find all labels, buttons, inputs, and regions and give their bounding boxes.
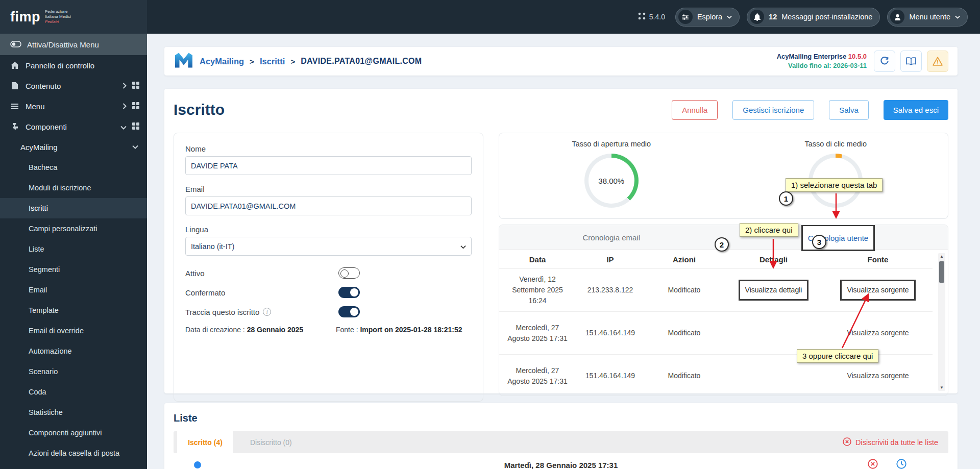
cancel-button[interactable]: Annulla xyxy=(672,100,718,120)
remove-from-list-icon[interactable] xyxy=(868,459,878,469)
sidebar-item-bacheca[interactable]: Bacheca xyxy=(0,157,147,178)
history-ip: 151.46.164.149 xyxy=(576,328,645,338)
circle-x-icon xyxy=(843,437,851,448)
name-field[interactable] xyxy=(185,156,472,175)
grid-icon[interactable] xyxy=(132,82,139,90)
breadcrumb-acymailing[interactable]: AcyMailing xyxy=(200,57,244,66)
save-button[interactable]: Salva xyxy=(829,100,869,120)
email-label: Email xyxy=(185,185,472,193)
sidebar-item-menu[interactable]: Menu xyxy=(0,96,147,116)
puzzle-icon xyxy=(10,123,19,131)
email-field[interactable] xyxy=(185,196,472,215)
explore-button[interactable]: Esplora xyxy=(675,8,740,27)
unsubscribe-all-link[interactable]: Disiscriviti da tutte le liste xyxy=(843,437,938,448)
list-icon xyxy=(10,104,19,109)
lists-tabbar: Iscritto (4) Disiscritto (0) Disiscrivit… xyxy=(174,431,948,453)
sidebar-item-content[interactable]: Contenuto xyxy=(0,76,147,96)
grid-icon[interactable] xyxy=(132,102,139,111)
col-header-azioni: Azioni xyxy=(645,255,724,264)
sidebar-item-componenti-aggiuntivi[interactable]: Componenti aggiuntivi xyxy=(0,423,147,443)
grid-icon[interactable] xyxy=(132,122,139,131)
scrollbar-thumb[interactable] xyxy=(939,261,944,283)
sidebar-item-template[interactable]: Template xyxy=(0,300,147,320)
history-panel: Cronologia email Cronologia utente Data … xyxy=(499,225,948,396)
joomla-icon xyxy=(638,12,646,21)
view-details-link[interactable]: Visualizza dettagli xyxy=(739,280,809,301)
documentation-book-button[interactable] xyxy=(900,51,922,72)
source-value: Import on 2025-01-28 18:21:52 xyxy=(360,326,462,334)
confirmed-toggle[interactable] xyxy=(338,287,360,298)
history-date: Mercoledì, 27 Agosto 2025 17:31 xyxy=(499,323,576,344)
history-scrollbar[interactable]: ▲ ▼ xyxy=(938,253,945,391)
document-icon xyxy=(10,82,19,89)
track-toggle[interactable] xyxy=(338,306,360,317)
col-header-dettagli: Dettagli xyxy=(724,255,823,264)
manage-subscription-button[interactable]: Gestisci iscrizione xyxy=(732,100,814,120)
list-item: Martedì, 28 Gennaio 2025 17:31 xyxy=(174,453,948,469)
explore-label: Esplora xyxy=(697,13,722,21)
subscriber-form: Nome Email Lingua Italiano (it-IT) Attiv… xyxy=(174,133,483,402)
name-label: Nome xyxy=(185,144,472,153)
lists-title: Liste xyxy=(174,412,948,424)
scroll-up-arrow[interactable]: ▲ xyxy=(938,254,945,259)
sidebar-item-acymailing[interactable]: AcyMailing xyxy=(0,137,147,157)
scroll-down-arrow[interactable]: ▼ xyxy=(938,385,945,390)
tab-email-history[interactable]: Cronologia email xyxy=(582,225,640,250)
sidebar-item-azioni-casella-posta[interactable]: Azioni della casella di posta xyxy=(0,443,147,463)
track-label: Traccia questo iscritto xyxy=(185,308,259,316)
language-label: Lingua xyxy=(185,225,472,234)
save-and-exit-button[interactable]: Salva ed esci xyxy=(884,100,948,120)
tab-unsubscribed[interactable]: Disiscritto (0) xyxy=(250,438,292,447)
language-select[interactable]: Italiano (it-IT) xyxy=(185,237,472,256)
user-menu-button[interactable]: Menu utente xyxy=(887,8,968,27)
sidebar-item-statistiche[interactable]: Statistiche xyxy=(0,402,147,423)
chevron-down-icon xyxy=(132,145,147,149)
chevron-down-icon xyxy=(460,242,466,251)
sidebar-item-segmenti[interactable]: Segmenti xyxy=(0,259,147,280)
click-rate-value: 4.00% xyxy=(813,158,859,204)
sidebar-item-coda[interactable]: Coda xyxy=(0,382,147,402)
sidebar-item-email[interactable]: Email xyxy=(0,280,147,300)
info-icon: i xyxy=(263,308,271,316)
chevron-down-icon xyxy=(120,122,127,131)
subscriber-panel: Iscritto Annulla Gestisci iscrizione Sal… xyxy=(164,89,958,393)
warning-button[interactable] xyxy=(927,51,948,72)
history-ip: 151.46.164.149 xyxy=(576,371,645,381)
sidebar-item-components[interactable]: Componenti xyxy=(0,116,147,137)
sidebar-item-moduli-di-iscrizione[interactable]: Moduli di iscrizione xyxy=(0,178,147,198)
refresh-button[interactable] xyxy=(874,51,895,72)
messages-label: Messaggi post-installazione xyxy=(781,13,872,21)
sidebar-item-scenario[interactable]: Scenario xyxy=(0,361,147,382)
sidebar-menu-toggle[interactable]: Attiva/Disattiva Menu xyxy=(0,34,147,55)
tab-subscribed[interactable]: Iscritto (4) xyxy=(177,431,233,453)
open-rate-value: 38.00% xyxy=(589,158,634,204)
sidebar-item-label: Pannello di controllo xyxy=(26,61,94,70)
toggle-icon xyxy=(10,40,21,49)
sidebar-item-iscritti[interactable]: Iscritti xyxy=(0,198,147,218)
history-row: Venerdì, 12 Settembre 2025 16:24 213.233… xyxy=(499,269,933,312)
click-rate-label: Tasso di clic medio xyxy=(804,140,867,148)
breadcrumb-iscritti[interactable]: Iscritti xyxy=(260,57,285,66)
chevron-right-icon xyxy=(122,102,127,111)
sidebar-item-dashboard[interactable]: Pannello di controllo xyxy=(0,55,147,76)
view-source-link[interactable]: Visualizza sorgente xyxy=(823,371,933,381)
sidebar-item-label: Contenuto xyxy=(26,82,61,90)
user-icon xyxy=(890,10,904,24)
list-history-icon[interactable] xyxy=(896,459,906,469)
tab-user-history[interactable]: Cronologia utente xyxy=(801,225,875,251)
col-header-ip: IP xyxy=(576,255,645,264)
post-install-messages-button[interactable]: 12 Messaggi post-installazione xyxy=(747,8,880,27)
site-logo: fimp Federazione Italiana Medici Pediatr… xyxy=(0,0,147,34)
history-row: Mercoledì, 27 Agosto 2025 17:31 151.46.1… xyxy=(499,355,933,396)
active-toggle[interactable] xyxy=(338,267,360,279)
menu-toggle-label: Attiva/Disattiva Menu xyxy=(27,40,99,49)
sidebar-item-liste[interactable]: Liste xyxy=(0,239,147,259)
logo-text: fimp xyxy=(10,9,40,25)
sidebar-item-campi-personalizzati[interactable]: Campi personalizzati xyxy=(0,218,147,239)
sidebar-item-automazione[interactable]: Automazione xyxy=(0,341,147,361)
chevron-right-icon xyxy=(122,82,127,90)
view-source-link[interactable]: Visualizza sorgente xyxy=(840,280,915,301)
sidebar-item-email-di-override[interactable]: Email di override xyxy=(0,320,147,341)
view-source-link[interactable]: Visualizza sorgente xyxy=(823,328,933,338)
bell-icon xyxy=(750,10,764,24)
